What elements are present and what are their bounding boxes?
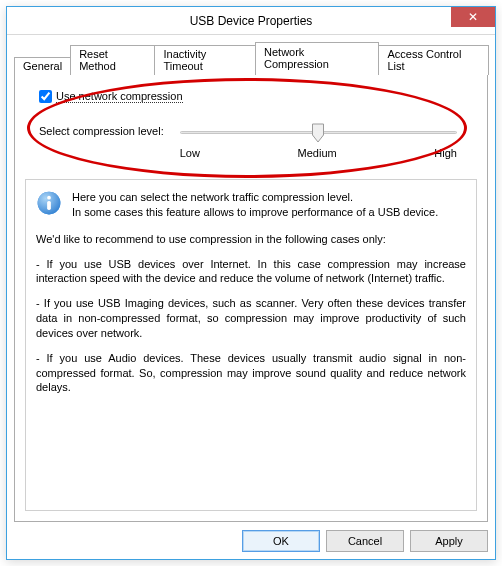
info-line2: In some cases this feature allows to imp… bbox=[72, 205, 438, 220]
use-compression-label[interactable]: Use network compression bbox=[56, 90, 183, 103]
info-p4: - If you use Audio devices. These device… bbox=[36, 351, 466, 396]
titlebar: USB Device Properties ✕ bbox=[7, 7, 495, 35]
info-line1: Here you can select the network traffic … bbox=[72, 190, 438, 205]
close-icon: ✕ bbox=[468, 10, 478, 24]
info-p2: - If you use USB devices over Internet. … bbox=[36, 257, 466, 287]
dialog-body: General Reset Method Inactivity Timeout … bbox=[7, 35, 495, 559]
tab-access-control-list[interactable]: Access Control List bbox=[378, 45, 489, 75]
info-p3: - If you use USB Imaging devices, such a… bbox=[36, 296, 466, 341]
cancel-button[interactable]: Cancel bbox=[326, 530, 404, 552]
tab-network-compression[interactable]: Network Compression bbox=[255, 42, 379, 74]
info-head-text: Here you can select the network traffic … bbox=[72, 190, 438, 220]
compression-slider[interactable] bbox=[180, 125, 457, 147]
close-button[interactable]: ✕ bbox=[451, 7, 495, 27]
tab-reset-method[interactable]: Reset Method bbox=[70, 45, 155, 75]
use-compression-checkbox[interactable] bbox=[39, 90, 52, 103]
tab-inactivity-timeout[interactable]: Inactivity Timeout bbox=[154, 45, 256, 75]
tab-general[interactable]: General bbox=[14, 57, 71, 75]
info-icon bbox=[36, 190, 62, 216]
info-panel: Here you can select the network traffic … bbox=[25, 179, 477, 511]
tabstrip: General Reset Method Inactivity Timeout … bbox=[14, 41, 488, 73]
dialog-window: USB Device Properties ✕ General Reset Me… bbox=[6, 6, 496, 560]
apply-button[interactable]: Apply bbox=[410, 530, 488, 552]
compression-slider-box: Low Medium High bbox=[180, 125, 477, 159]
tick-medium: Medium bbox=[298, 147, 337, 159]
info-head: Here you can select the network traffic … bbox=[36, 190, 466, 220]
tab-panel-network-compression: Use network compression Select compressi… bbox=[14, 73, 488, 522]
tick-low: Low bbox=[180, 147, 200, 159]
slider-tick-labels: Low Medium High bbox=[180, 147, 457, 159]
slider-thumb[interactable] bbox=[312, 123, 325, 145]
dialog-button-row: OK Cancel Apply bbox=[14, 522, 488, 552]
svg-rect-3 bbox=[47, 201, 51, 210]
compression-level-label: Select compression level: bbox=[39, 125, 164, 137]
use-compression-row: Use network compression bbox=[39, 90, 477, 103]
tick-high: High bbox=[434, 147, 457, 159]
ok-button[interactable]: OK bbox=[242, 530, 320, 552]
compression-level-row: Select compression level: Low Medium bbox=[39, 125, 477, 159]
info-p1: We'd like to recommend to use compressio… bbox=[36, 232, 466, 247]
window-title: USB Device Properties bbox=[190, 14, 313, 28]
svg-point-2 bbox=[47, 196, 51, 200]
